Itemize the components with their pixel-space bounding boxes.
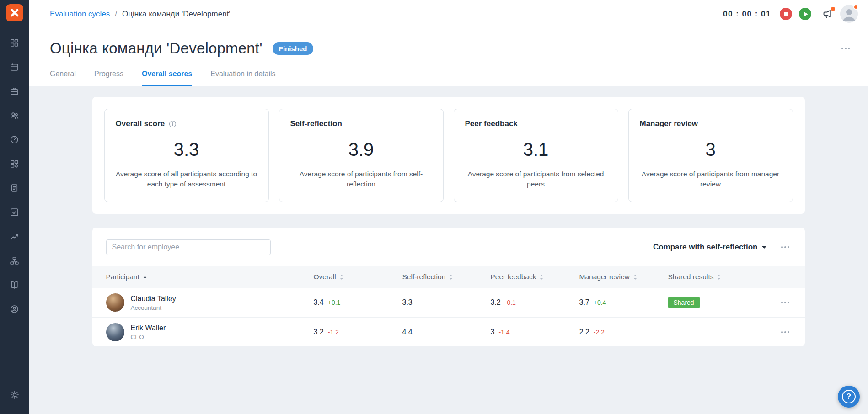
score-summary-card: Overall score 3.3 Average score of all p… [92, 97, 805, 214]
speedometer-icon [10, 135, 19, 144]
person-circle-icon [10, 304, 19, 314]
column-header-peer-feedback[interactable]: Peer feedback [491, 266, 579, 288]
score-description: Average score of participants from self-… [290, 169, 432, 190]
row-more-button[interactable] [779, 299, 791, 306]
chart-icon [10, 232, 19, 241]
avatar [106, 293, 124, 312]
score-description: Average score of participants from selec… [465, 169, 607, 190]
score-card-title: Overall score [116, 119, 165, 128]
score-value: 3.3 [116, 139, 257, 160]
sidebar-item-settings[interactable] [0, 382, 29, 407]
manager-review-score: 3.7 [579, 298, 589, 306]
compare-dropdown-label: Compare with self-reflection [653, 243, 758, 252]
breadcrumb-current: Оцінка команди 'Development' [122, 10, 230, 19]
column-header-manager-review[interactable]: Manager review [579, 266, 668, 288]
tab-progress[interactable]: Progress [94, 70, 123, 86]
self-reflection-score: 4.4 [402, 328, 413, 336]
avatar [106, 323, 124, 341]
search-input[interactable] [106, 239, 271, 255]
sidebar-item-profile[interactable] [0, 297, 29, 321]
timer-display: 00 : 00 : 01 [723, 10, 771, 19]
sidebar-item-news[interactable] [0, 176, 29, 200]
widgets-icon [10, 159, 19, 169]
manager-delta: -2.2 [594, 329, 605, 336]
column-header-self-reflection[interactable]: Self-reflection [402, 266, 491, 288]
chevron-down-icon [762, 246, 766, 249]
more-icon [781, 331, 783, 333]
user-menu-avatar[interactable] [840, 5, 858, 23]
help-label: ? [847, 392, 851, 401]
sidebar-item-tasks[interactable] [0, 200, 29, 224]
logo-x-icon [10, 8, 20, 18]
column-header-overall[interactable]: Overall [314, 266, 402, 288]
breadcrumb-separator: / [115, 10, 117, 19]
sidebar-item-cases[interactable] [0, 79, 29, 103]
peer-feedback-score-card: Peer feedback 3.1 Average score of parti… [454, 109, 618, 202]
more-icon [781, 246, 783, 248]
shared-badge: Shared [668, 297, 700, 308]
timer-play-button[interactable] [799, 8, 811, 20]
page-head: Оцінка команди 'Development' Finished Ge… [29, 28, 868, 86]
info-icon[interactable] [169, 120, 177, 128]
self-reflection-score: 3.3 [402, 298, 413, 306]
row-more-button[interactable] [779, 329, 791, 336]
table-header-row: Participant Overall Self-reflection Peer… [92, 266, 805, 288]
manager-review-score-card: Manager review 3 Average score of partic… [628, 109, 793, 202]
sidebar-item-dashboard[interactable] [0, 31, 29, 55]
sidebar-item-performance[interactable] [0, 224, 29, 249]
overall-delta: -1.2 [328, 329, 339, 336]
gear-icon [10, 390, 20, 400]
tabs: General Progress Overall scores Evaluati… [50, 70, 852, 86]
peer-delta: -1.4 [498, 329, 509, 336]
app-root: Evaluation cycles / Оцінка команди 'Deve… [0, 0, 868, 414]
score-description: Average score of participants from manag… [640, 169, 782, 190]
tab-evaluation-in-details[interactable]: Evaluation in details [210, 70, 275, 86]
tab-overall-scores[interactable]: Overall scores [142, 70, 192, 86]
sidebar-item-time-tracking[interactable] [0, 127, 29, 152]
more-icon [781, 302, 783, 303]
sidebar-item-people[interactable] [0, 103, 29, 127]
app-logo[interactable] [6, 4, 23, 21]
compare-dropdown[interactable]: Compare with self-reflection [653, 243, 766, 252]
announcements-button[interactable] [822, 8, 833, 20]
toolbar-more-button[interactable] [779, 244, 791, 251]
topbar-controls: 00 : 00 : 01 [723, 5, 858, 23]
checklist-icon [10, 207, 19, 217]
timer-stop-button[interactable] [780, 8, 792, 20]
score-card-title: Peer feedback [465, 119, 518, 128]
participant-role: Accountant [131, 304, 176, 311]
sidebar-item-org-structure[interactable] [0, 249, 29, 273]
results-table: Participant Overall Self-reflection Peer… [92, 266, 805, 347]
table-row[interactable]: Claudia Talley Accountant 3.4+0.1 3.3 3.… [92, 288, 805, 317]
sort-icon [633, 275, 637, 280]
dashboard-icon [10, 38, 19, 48]
status-badge: Finished [273, 42, 314, 55]
sidebar-item-calendar[interactable] [0, 55, 29, 79]
sidebar-item-apps[interactable] [0, 152, 29, 176]
sort-icon [540, 275, 543, 280]
overall-score: 3.4 [314, 298, 324, 306]
page-title: Оцінка команди 'Development' [50, 40, 263, 57]
sort-icon [717, 275, 721, 280]
column-header-shared-results[interactable]: Shared results [668, 266, 805, 288]
breadcrumb-evaluation-cycles[interactable]: Evaluation cycles [50, 10, 110, 19]
org-chart-icon [10, 256, 19, 265]
column-header-participant[interactable]: Participant [92, 266, 314, 288]
overall-score-card: Overall score 3.3 Average score of all p… [104, 109, 269, 202]
score-value: 3.9 [290, 139, 432, 160]
main-area: Evaluation cycles / Оцінка команди 'Deve… [29, 0, 868, 414]
sort-icon [449, 275, 453, 280]
score-card-title: Self-reflection [290, 119, 342, 128]
peer-feedback-score: 3.2 [491, 298, 501, 306]
tab-general[interactable]: General [50, 70, 76, 86]
score-value: 3.1 [465, 139, 607, 160]
sidebar-item-knowledge-base[interactable] [0, 273, 29, 297]
stop-icon [784, 12, 788, 16]
calendar-icon [10, 62, 19, 72]
page-more-button[interactable] [840, 45, 852, 52]
sidebar [0, 0, 29, 414]
self-reflection-score-card: Self-reflection 3.9 Average score of par… [279, 109, 444, 202]
sort-asc-icon [143, 276, 147, 278]
table-row[interactable]: Erik Waller CEO 3.2-1.2 4.4 3-1.4 2.2-2.… [92, 317, 805, 346]
help-button[interactable]: ? [838, 386, 860, 408]
